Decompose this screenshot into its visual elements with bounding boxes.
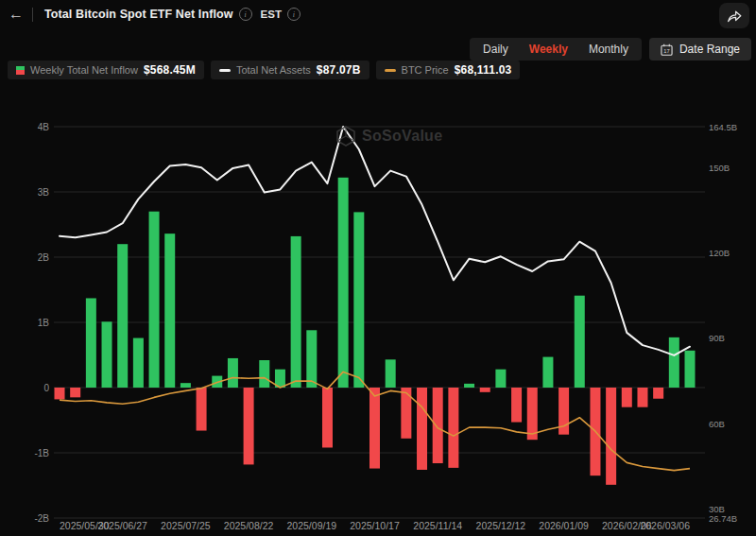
svg-text:2025/07/25: 2025/07/25 [161, 520, 211, 531]
legend-item-total-net-assets[interactable]: Total Net Assets $87.07B [211, 61, 369, 79]
inflow-bar[interactable] [55, 388, 65, 399]
svg-text:2025/09/19: 2025/09/19 [287, 520, 337, 531]
svg-text:26.74B: 26.74B [709, 513, 737, 524]
inflow-bar[interactable] [86, 298, 96, 388]
title-info-icon[interactable]: i [239, 8, 252, 21]
inflow-bar[interactable] [637, 388, 647, 407]
inflow-bar[interactable] [149, 212, 160, 388]
inflow-bar[interactable] [133, 338, 144, 388]
etf-net-inflow-page: 4B3B2B1B0-1B-2B164.5B150B120B90B60B30B26… [0, 0, 756, 536]
back-arrow-icon: ← [9, 6, 24, 23]
inflow-bar[interactable] [102, 321, 112, 388]
tab-weekly[interactable]: Weekly [529, 43, 568, 56]
svg-text:2B: 2B [38, 252, 50, 263]
header-divider [32, 8, 33, 22]
legend-label: BTC Price [402, 64, 449, 76]
inflow-bar[interactable] [417, 388, 427, 470]
legend: Weekly Total Net Inflow $568.45M Total N… [8, 61, 520, 79]
inflow-bar[interactable] [259, 360, 269, 388]
inflow-bar[interactable] [669, 337, 679, 388]
y-axis-right: 164.5B150B120B90B60B30B26.74B [709, 122, 737, 524]
legend-value: $568.45M [144, 63, 196, 77]
x-axis: 2025/05/302025/06/272025/07/252025/08/22… [60, 520, 690, 531]
tab-daily[interactable]: Daily [483, 43, 508, 56]
inflow-bar[interactable] [575, 296, 585, 388]
back-button[interactable]: ← [0, 0, 32, 28]
inflow-bar[interactable] [369, 388, 380, 469]
etf-weekly-chart[interactable]: 4B3B2B1B0-1B-2B164.5B150B120B90B60B30B26… [0, 0, 756, 536]
legend-label: Total Net Assets [236, 64, 311, 76]
svg-text:164.5B: 164.5B [709, 122, 737, 132]
svg-text:2026/03/06: 2026/03/06 [640, 520, 690, 531]
page-title: Total Bitcoin Spot ETF Net Inflow [44, 8, 233, 21]
legend-label: Weekly Total Net Inflow [30, 64, 138, 76]
share-icon [727, 9, 742, 23]
inflow-bar[interactable] [511, 388, 522, 423]
inflow-bar[interactable] [448, 388, 458, 468]
tab-monthly[interactable]: Monthly [589, 43, 628, 56]
inflow-bar[interactable] [353, 212, 364, 388]
inflow-bar[interactable] [433, 388, 443, 463]
svg-text:90B: 90B [709, 333, 725, 343]
legend-item-btc-price[interactable]: BTC Price $68,111.03 [376, 61, 521, 79]
inflow-bar[interactable] [228, 358, 238, 388]
svg-text:1B: 1B [38, 318, 50, 328]
header: ← Total Bitcoin Spot ETF Net Inflow i ES… [0, 0, 756, 28]
inflow-bar[interactable] [291, 236, 301, 388]
svg-text:-1B: -1B [34, 448, 49, 458]
inflow-bar[interactable] [386, 359, 396, 388]
svg-text:2025/12/12: 2025/12/12 [476, 520, 526, 531]
svg-text:17: 17 [663, 48, 669, 54]
inflow-bar[interactable] [542, 357, 553, 388]
inflow-bar[interactable] [622, 388, 632, 407]
svg-text:4B: 4B [38, 122, 50, 132]
svg-text:3B: 3B [38, 187, 50, 198]
inflow-bar[interactable] [338, 178, 349, 388]
svg-text:0: 0 [43, 383, 49, 393]
inflow-bar[interactable] [244, 388, 254, 464]
inflow-bar[interactable] [685, 351, 696, 388]
inflow-bar[interactable] [653, 388, 663, 399]
inflow-bar[interactable] [197, 388, 207, 431]
svg-text:2025/11/14: 2025/11/14 [413, 520, 462, 531]
inflow-bar[interactable] [495, 370, 506, 388]
period-controls: Daily Weekly Monthly 17 Date Range [470, 38, 751, 61]
legend-value: $87.07B [317, 63, 361, 77]
date-range-label: Date Range [679, 43, 740, 56]
inflow-bar[interactable] [527, 388, 538, 440]
assets-line-icon [219, 69, 231, 72]
inflow-bar[interactable] [606, 388, 616, 485]
date-range-button[interactable]: 17 Date Range [649, 38, 751, 61]
inflow-bar[interactable] [480, 388, 490, 392]
share-button[interactable] [719, 3, 749, 28]
inflow-bar-icon [16, 66, 25, 75]
svg-text:120B: 120B [709, 248, 730, 258]
svg-text:2025/08/22: 2025/08/22 [224, 520, 274, 531]
inflow-bar[interactable] [464, 384, 474, 388]
inflow-bar[interactable] [322, 388, 333, 447]
inflow-bar[interactable] [117, 244, 128, 388]
timezone-info-icon[interactable]: i [287, 8, 301, 21]
svg-text:2025/10/17: 2025/10/17 [350, 520, 400, 531]
calendar-icon: 17 [661, 43, 673, 56]
btc-line-icon [385, 69, 396, 72]
svg-text:-2B: -2B [34, 513, 49, 524]
timezone-label: EST [261, 9, 282, 20]
svg-text:60B: 60B [709, 419, 725, 429]
inflow-bar[interactable] [164, 233, 175, 388]
svg-text:2026/01/09: 2026/01/09 [539, 520, 589, 531]
inflow-bar[interactable] [180, 383, 191, 388]
inflow-bars-series[interactable] [55, 178, 696, 485]
svg-text:150B: 150B [709, 163, 730, 173]
legend-item-weekly-net-inflow[interactable]: Weekly Total Net Inflow $568.45M [8, 61, 204, 79]
y-axis-left: 4B3B2B1B0-1B-2B [34, 122, 49, 524]
inflow-bar[interactable] [306, 330, 317, 388]
svg-text:2025/06/27: 2025/06/27 [97, 520, 147, 531]
inflow-bar[interactable] [70, 388, 80, 397]
period-tab-group: Daily Weekly Monthly [470, 38, 642, 61]
legend-value: $68,111.03 [455, 63, 512, 77]
